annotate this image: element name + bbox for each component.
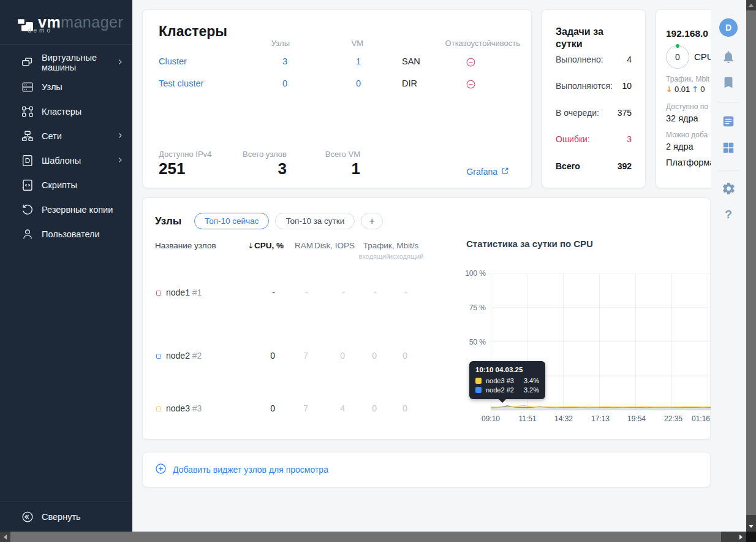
grafana-link[interactable]: Grafana [466,167,509,177]
scroll-right-icon [739,535,743,540]
sidebar-item-virtual-machines[interactable]: Виртуальные машины [0,50,132,75]
host-platform-label: Платформа [666,158,711,167]
collapse-sidebar-icon [21,510,34,524]
tab-top10-day[interactable]: Топ-10 за сутки [275,213,355,229]
node-name: node3 #3 [166,403,202,413]
horizontal-scrollbar[interactable] [0,532,746,542]
node-traffic-out: - [346,288,407,297]
clusters-icon [21,105,34,118]
nodes-card-title: Узлы [155,215,181,227]
node-color-marker [156,291,161,296]
task-stat-row-total: Всего 392 [556,161,632,172]
sidebar-item-users[interactable]: Пользователи [0,222,132,246]
column-header-node-name: Название узлов [155,241,216,250]
add-tab-button[interactable]: + [361,213,383,229]
sidebar-item-label: Сети [42,131,62,141]
notifications-button[interactable] [711,50,746,67]
task-stat-label: В очереди: [556,108,599,118]
sidebar-item-nodes[interactable]: Узлы [0,75,132,99]
widgets-button[interactable] [711,141,746,157]
documentation-button[interactable] [711,76,746,92]
host-traffic-label: Трафик, Mbit [666,75,709,83]
node-id: #1 [192,288,202,297]
add-widget-label: Добавить виджет узлов для просмотра [173,465,328,475]
horizontal-scrollbar-thumb[interactable] [10,532,721,542]
scrollbar-corner [746,532,756,542]
nodes-icon [21,80,34,94]
stat-label: Всего VM [284,150,360,159]
sidebar-item-networks[interactable]: Сети [0,124,132,148]
x-tick-label: 09:10 [477,414,504,423]
scroll-down-button[interactable] [746,521,756,532]
add-widget-card[interactable]: Добавить виджет узлов для просмотра [142,452,711,487]
collapse-label: Свернуть [42,512,81,522]
vertical-scrollbar-thumb[interactable] [746,10,756,515]
host-card: 192.168.0 0 CPU Трафик, Mbit ↓ 0.01 ↑ 0 … [656,9,711,188]
cluster-name-link[interactable]: Test cluster [159,78,203,88]
tooltip-entry: node3 #33.4% [475,377,539,384]
minus-circle-icon [466,79,476,91]
task-stat-value: 10 [622,81,632,91]
task-stat-row: Выполняются: 10 [556,81,632,92]
tooltip-series-value: 3.2% [524,386,539,394]
vertical-scrollbar[interactable] [746,0,756,532]
scroll-right-button[interactable] [736,532,746,542]
task-stat-row: В очереди: 375 [556,108,632,119]
column-header-disk[interactable]: Disk, IOPS [293,241,355,250]
sidebar-menu: Виртуальные машины Узлы Кластеры Сети Ша… [0,50,132,246]
sidebar-item-templates[interactable]: Шаблоны [0,148,132,173]
x-tick-label: 17:13 [587,414,614,423]
cluster-vm-count[interactable]: 0 [300,78,361,88]
scroll-left-icon [4,535,7,540]
help-button[interactable]: ? [711,208,746,221]
networks-icon [21,129,34,143]
series-color-swatch [475,378,482,384]
sidebar-item-backups[interactable]: Резервные копии [0,197,132,222]
scroll-up-button[interactable] [746,0,756,10]
cluster-nodes-count[interactable]: 0 [226,78,287,88]
logo-text-light: manager [61,13,123,31]
x-tick-label: 22:35 [660,414,687,423]
bell-icon [721,50,736,67]
tab-top10-now[interactable]: Топ-10 сейчас [194,213,269,229]
traffic-down-value: 0.01 [675,85,690,94]
host-can-add-value: 2 ядра [666,142,694,151]
cluster-nodes-count[interactable]: 3 [226,56,287,66]
node-row[interactable]: node2 #2 0 7 0 0 0 [143,350,449,362]
plus-icon: + [369,216,375,227]
cpu-chart-title: Статистика за сутки по CPU [466,239,593,249]
column-header-nodes: Узлы [229,39,290,48]
journal-button[interactable] [711,115,746,131]
sidebar-item-label: Скрипты [42,180,77,190]
clusters-card: Кластеры Узлы VM Отказоустойчивость Clus… [142,9,532,188]
x-tick-label: 01:16 [687,414,711,423]
node-traffic-out: 0 [346,351,407,361]
sidebar-item-scripts[interactable]: Скрипты [0,173,132,197]
scroll-left-button[interactable] [0,532,10,542]
node-row[interactable]: node3 #3 0 7 4 0 0 [143,403,449,415]
task-stat-value: 3 [627,134,632,144]
column-header-traffic[interactable]: Трафик, Mbit/s [351,241,431,250]
node-row[interactable]: node1 #1 - - - - - [143,287,449,299]
x-tick-label: 14:32 [550,414,577,423]
subheader-traffic-out: исходящий [380,253,432,260]
node-color-marker [156,406,161,411]
cluster-name-link[interactable]: Cluster [159,56,187,66]
sidebar-item-clusters[interactable]: Кластеры [0,99,132,124]
users-icon [21,227,34,241]
cluster-vm-count[interactable]: 1 [300,56,361,66]
task-stat-label: Выполняются: [556,81,613,91]
host-cpu-label: CPU [694,52,711,62]
templates-icon [21,154,34,167]
tab-label: Топ-10 за сутки [285,216,344,226]
right-toolbar: D ? [711,0,746,532]
sidebar-collapse-button[interactable]: Свернуть [0,502,132,532]
nodes-tabs: Топ-10 сейчас Топ-10 за сутки + [194,213,383,229]
tooltip-timestamp: 10:10 04.03.25 [475,366,539,373]
user-avatar[interactable]: D [711,18,746,37]
sidebar-item-label: Резервные копии [42,205,113,215]
settings-button[interactable] [711,181,746,198]
task-stat-value: 392 [618,161,632,171]
tooltip-series-value: 3.4% [524,377,539,384]
tasks-card-title: Задачи за сутки [556,26,627,50]
